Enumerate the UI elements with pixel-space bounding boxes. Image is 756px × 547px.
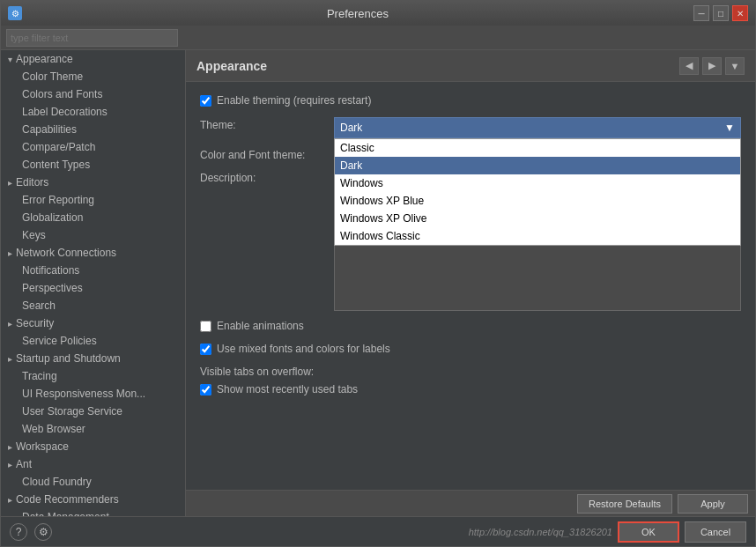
watermark-text: http://blog.csdn.net/qq_31826201 — [469, 527, 612, 537]
show-recent-row: Show most recently used tabs — [200, 383, 741, 395]
sidebar-item-label: Ant — [16, 458, 32, 470]
sidebar-item-keys[interactable]: Keys — [1, 226, 185, 244]
arrow-icon: ▸ — [8, 319, 12, 329]
visible-tabs-label: Visible tabs on overflow: — [200, 366, 741, 378]
sidebar-item-label: Perspectives — [22, 282, 83, 294]
main-content: ▾AppearanceColor ThemeColors and FontsLa… — [1, 26, 755, 516]
panel-nav: ◀ ▶ ▼ — [679, 57, 745, 75]
sidebar-item-label: Security — [16, 317, 54, 329]
theme-option[interactable]: Windows XP Blue — [335, 192, 740, 210]
enable-animations-label: Enable animations — [217, 320, 304, 332]
filter-input[interactable] — [6, 29, 178, 47]
sidebar-item-label: Globalization — [22, 211, 83, 224]
sidebar-item-label: Content Types — [22, 159, 90, 171]
arrow-icon: ▸ — [8, 495, 12, 505]
sidebar-item-label: Keys — [22, 229, 46, 241]
sidebar-item-label: User Storage Service — [22, 405, 122, 418]
app-icon: ⚙ — [8, 6, 22, 20]
sidebar-item-label: Tracing — [22, 370, 57, 382]
sidebar: ▾AppearanceColor ThemeColors and FontsLa… — [1, 50, 186, 516]
sidebar-item-label: Notifications — [22, 264, 79, 277]
arrow-icon: ▸ — [8, 442, 12, 452]
sidebar-item-color-theme[interactable]: Color Theme — [1, 68, 185, 85]
sidebar-item-tracing[interactable]: Tracing — [1, 367, 185, 385]
sidebar-item-label: Error Reporting — [22, 194, 94, 206]
sidebar-item-compare-patch[interactable]: Compare/Patch — [1, 138, 185, 156]
restore-defaults-button[interactable]: Restore Defaults — [577, 494, 672, 514]
footer-left: ? ⚙ — [10, 523, 52, 541]
sidebar-item-web-browser[interactable]: Web Browser — [1, 420, 185, 438]
sidebar-item-perspectives[interactable]: Perspectives — [1, 279, 185, 297]
theme-option[interactable]: Dark — [335, 157, 740, 174]
theme-option[interactable]: Windows Classic — [335, 227, 740, 245]
dropdown-arrow-icon: ▼ — [724, 122, 735, 134]
sidebar-item-label: Code Recommenders — [16, 493, 119, 506]
theme-row: Theme: Dark ▼ ClassicDarkWindowsWindows … — [200, 117, 741, 138]
sidebar-item-ui-responsiveness[interactable]: UI Responsiveness Mon... — [1, 385, 185, 403]
preferences-window: ⚙ Preferences ─ □ ✕ ▾AppearanceColor The… — [0, 0, 756, 547]
help-button[interactable]: ? — [10, 523, 27, 541]
sidebar-item-data-management[interactable]: Data Management — [1, 508, 185, 516]
sidebar-item-globalization[interactable]: Globalization — [1, 209, 185, 226]
close-button[interactable]: ✕ — [732, 5, 748, 21]
minimize-button[interactable]: ─ — [693, 5, 709, 21]
nav-dropdown-button[interactable]: ▼ — [725, 57, 745, 75]
window-title: Preferences — [22, 7, 693, 20]
sidebar-item-cloud-foundry[interactable]: Cloud Foundry — [1, 473, 185, 491]
sidebar-item-appearance[interactable]: ▾Appearance — [1, 50, 185, 68]
enable-theming-checkbox[interactable] — [200, 95, 211, 107]
show-recent-label: Show most recently used tabs — [217, 383, 358, 395]
sidebar-item-search[interactable]: Search — [1, 297, 185, 314]
sidebar-item-network-connections[interactable]: ▸Network Connections — [1, 244, 185, 262]
theme-dropdown[interactable]: Dark ▼ ClassicDarkWindowsWindows XP Blue… — [334, 117, 741, 138]
show-recent-checkbox[interactable] — [200, 384, 211, 395]
theme-label: Theme: — [200, 117, 323, 131]
theme-option[interactable]: Windows — [335, 174, 740, 192]
theme-selected-value: Dark — [340, 122, 362, 134]
ok-button[interactable]: OK — [618, 521, 679, 543]
sidebar-item-label-decorations[interactable]: Label Decorations — [1, 103, 185, 121]
sidebar-item-label: Color Theme — [22, 70, 83, 83]
sidebar-item-notifications[interactable]: Notifications — [1, 262, 185, 279]
sidebar-item-error-reporting[interactable]: Error Reporting — [1, 191, 185, 209]
sidebar-item-content-types[interactable]: Content Types — [1, 156, 185, 174]
theme-selected[interactable]: Dark ▼ — [334, 117, 741, 138]
enable-animations-checkbox[interactable] — [200, 321, 211, 332]
sidebar-item-code-recommenders[interactable]: ▸Code Recommenders — [1, 491, 185, 508]
right-panel: Appearance ◀ ▶ ▼ Enable theming (require… — [186, 50, 755, 516]
sidebar-item-editors[interactable]: ▸Editors — [1, 174, 185, 191]
sidebar-item-service-policies[interactable]: Service Policies — [1, 332, 185, 350]
sidebar-item-workspace[interactable]: ▸Workspace — [1, 438, 185, 455]
color-font-label: Color and Font theme: — [200, 147, 323, 161]
sidebar-item-colors-fonts[interactable]: Colors and Fonts — [1, 85, 185, 103]
arrow-icon: ▾ — [8, 55, 12, 64]
sidebar-item-label: Capabilities — [22, 123, 77, 136]
window-controls: ─ □ ✕ — [693, 5, 748, 21]
apply-button[interactable]: Apply — [678, 494, 748, 514]
back-button[interactable]: ◀ — [679, 57, 699, 75]
footer-right: http://blog.csdn.net/qq_31826201 OK Canc… — [469, 521, 746, 543]
theme-option[interactable]: Windows XP Olive — [335, 210, 740, 227]
sidebar-item-label: Label Decorations — [22, 106, 107, 118]
sidebar-item-security[interactable]: ▸Security — [1, 314, 185, 332]
footer-bar: ? ⚙ http://blog.csdn.net/qq_31826201 OK … — [1, 516, 755, 546]
maximize-button[interactable]: □ — [713, 5, 729, 21]
sidebar-item-label: Compare/Patch — [22, 141, 95, 153]
mixed-fonts-row: Use mixed fonts and colors for labels — [200, 343, 741, 355]
sidebar-item-label: UI Responsiveness Mon... — [22, 388, 145, 400]
sidebar-item-capabilities[interactable]: Capabilities — [1, 121, 185, 138]
sidebar-item-label: Cloud Foundry — [22, 476, 92, 488]
cancel-button[interactable]: Cancel — [685, 521, 746, 543]
sidebar-item-ant[interactable]: ▸Ant — [1, 455, 185, 473]
sidebar-item-label: Web Browser — [22, 423, 85, 435]
mixed-fonts-checkbox[interactable] — [200, 344, 211, 355]
arrow-icon: ▸ — [8, 178, 12, 188]
settings-button[interactable]: ⚙ — [34, 523, 52, 541]
theme-option[interactable]: Classic — [335, 139, 740, 157]
forward-button[interactable]: ▶ — [702, 57, 722, 75]
sidebar-item-label: Colors and Fonts — [22, 88, 102, 100]
enable-theming-label: Enable theming (requires restart) — [217, 94, 371, 107]
sidebar-item-user-storage[interactable]: User Storage Service — [1, 403, 185, 420]
sidebar-item-startup-shutdown[interactable]: ▸Startup and Shutdown — [1, 350, 185, 367]
panel-header: Appearance ◀ ▶ ▼ — [186, 50, 755, 82]
